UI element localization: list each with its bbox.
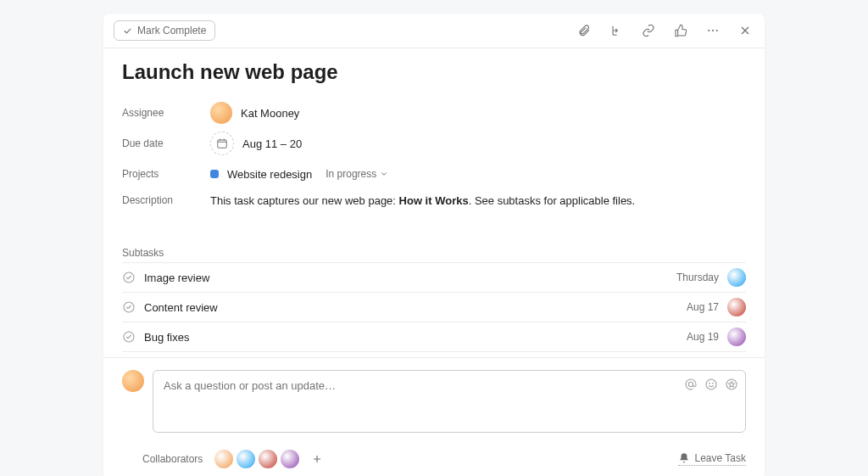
- like-icon[interactable]: [671, 21, 690, 40]
- svg-point-0: [708, 30, 709, 31]
- project-color-dot: [210, 170, 219, 178]
- subtask-title: Bug fixes: [144, 331, 678, 344]
- comment-icons: [684, 378, 738, 394]
- task-detail-panel: Mark Complete Launch new web pa: [103, 14, 765, 476]
- link-icon[interactable]: [639, 21, 658, 40]
- check-circle-icon[interactable]: [122, 300, 136, 314]
- subtask-icon[interactable]: [607, 21, 626, 40]
- avatar: [727, 298, 746, 316]
- collaborator-avatars: [214, 450, 326, 468]
- svg-point-2: [716, 30, 718, 31]
- comment-area: [103, 357, 765, 441]
- subtask-list: Image review Thursday Content review Aug…: [122, 262, 746, 352]
- description-prefix: This task captures our new web page:: [210, 194, 399, 207]
- avatar: [122, 370, 144, 392]
- due-date-text: Aug 11 – 20: [242, 137, 302, 150]
- subtasks-label: Subtasks: [122, 247, 746, 259]
- subtask-row[interactable]: Bug fixes Aug 19: [122, 322, 746, 352]
- mention-icon[interactable]: [684, 378, 698, 394]
- attachment-icon[interactable]: [575, 21, 593, 40]
- mark-complete-button[interactable]: Mark Complete: [114, 20, 215, 41]
- svg-point-9: [709, 383, 710, 384]
- assignee-row: Assignee Kat Mooney: [122, 98, 746, 128]
- collaborators-label: Collaborators: [142, 453, 203, 465]
- description-suffix: . See subtasks for applicable files.: [469, 194, 636, 207]
- description-text[interactable]: This task captures our new web page: How…: [210, 194, 635, 207]
- avatar[interactable]: [214, 450, 233, 468]
- calendar-icon: [210, 132, 234, 155]
- svg-point-10: [713, 383, 714, 384]
- projects-label: Projects: [122, 168, 210, 180]
- subtask-row[interactable]: Content review Aug 17: [122, 292, 746, 322]
- subtask-date: Aug 19: [687, 331, 719, 343]
- subtask-date: Thursday: [676, 272, 719, 283]
- chevron-down-icon: [380, 170, 388, 178]
- description-label: Description: [122, 194, 210, 206]
- check-circle-icon[interactable]: [122, 330, 136, 344]
- description-row: Description This task captures our new w…: [122, 189, 746, 220]
- task-header-bar: Mark Complete: [103, 14, 765, 48]
- mark-complete-label: Mark Complete: [137, 25, 206, 36]
- emoji-icon[interactable]: [704, 378, 718, 394]
- avatar: [727, 328, 746, 346]
- project-name: Website redesign: [227, 168, 312, 181]
- svg-point-8: [706, 379, 716, 389]
- description-bold: How it Works: [399, 194, 469, 207]
- due-date-label: Due date: [122, 137, 210, 149]
- check-circle-icon[interactable]: [122, 271, 136, 284]
- leave-task-label: Leave Task: [695, 452, 747, 464]
- footer-bar: Collaborators Leave Task: [103, 441, 765, 476]
- comment-box[interactable]: [153, 370, 746, 433]
- avatar: [210, 102, 232, 124]
- subtask-date: Aug 17: [687, 301, 719, 313]
- due-date-value[interactable]: Aug 11 – 20: [210, 132, 302, 155]
- due-date-row: Due date Aug 11 – 20: [122, 128, 746, 159]
- avatar[interactable]: [259, 450, 277, 468]
- subtask-title: Content review: [144, 301, 678, 314]
- svg-rect-3: [218, 140, 227, 148]
- avatar: [727, 268, 746, 287]
- subtask-row[interactable]: Image review Thursday: [122, 262, 746, 292]
- svg-point-7: [688, 382, 693, 386]
- add-collaborator-button[interactable]: [308, 450, 326, 468]
- avatar[interactable]: [281, 450, 299, 468]
- subtask-title: Image review: [144, 272, 668, 284]
- leave-task-button[interactable]: Leave Task: [678, 452, 747, 466]
- assignee-name: Kat Mooney: [241, 107, 299, 120]
- check-icon: [123, 26, 132, 36]
- project-status-dropdown[interactable]: In progress: [320, 166, 393, 182]
- close-icon[interactable]: [736, 21, 754, 40]
- header-actions: [575, 21, 754, 40]
- projects-value[interactable]: Website redesign In progress: [210, 166, 393, 182]
- assignee-value[interactable]: Kat Mooney: [210, 102, 299, 124]
- bell-icon: [678, 452, 690, 464]
- avatar[interactable]: [236, 450, 255, 468]
- projects-row: Projects Website redesign In progress: [122, 159, 746, 189]
- star-icon[interactable]: [725, 378, 738, 394]
- task-title[interactable]: Launch new web page: [122, 60, 746, 84]
- assignee-label: Assignee: [122, 107, 210, 119]
- comment-input[interactable]: [153, 371, 677, 400]
- more-icon[interactable]: [704, 21, 722, 40]
- project-status-text: In progress: [326, 168, 376, 180]
- task-body: Launch new web page Assignee Kat Mooney …: [103, 48, 765, 357]
- svg-point-1: [712, 30, 714, 31]
